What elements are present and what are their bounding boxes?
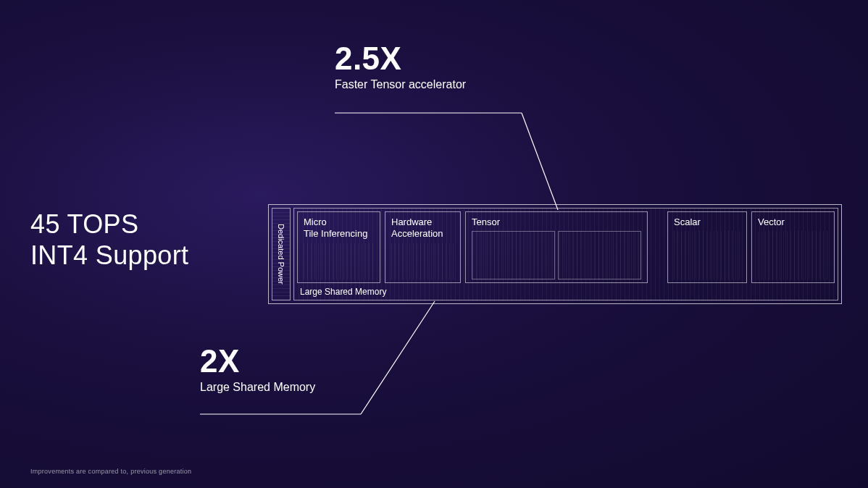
- block-micro-label: Micro Tile Inferencing: [304, 216, 374, 240]
- block-vector-icon: [758, 231, 828, 279]
- footnote: Improvements are compared to, previous g…: [30, 468, 191, 475]
- block-hardware-label: Hardware Acceleration: [391, 216, 454, 240]
- svg-line-1: [522, 113, 558, 210]
- block-tensor-label: Tensor: [472, 216, 641, 228]
- blocks-row: Micro Tile Inferencing Hardware Accelera…: [297, 211, 835, 283]
- block-micro-icon: [304, 243, 374, 280]
- callout-tensor-label: Faster Tensor accelerator: [335, 78, 538, 91]
- block-hardware: Hardware Acceleration: [385, 211, 461, 283]
- block-micro: Micro Tile Inferencing: [297, 211, 380, 283]
- block-tensor-icon: [472, 231, 641, 279]
- callout-memory-label: Large Shared Memory: [200, 381, 403, 394]
- headline: 45 TOPS INT4 Support: [30, 209, 188, 271]
- block-scalar-icon: [674, 231, 740, 279]
- dedicated-power-block: Dedicated Power: [272, 208, 291, 300]
- large-shared-memory-label: Large Shared Memory: [297, 285, 835, 297]
- block-tensor: Tensor: [465, 211, 648, 283]
- callout-tensor-value: 2.5X: [335, 41, 538, 77]
- block-vector: Vector: [751, 211, 835, 283]
- callout-tensor: 2.5X Faster Tensor accelerator: [335, 41, 538, 98]
- callout-memory-value: 2X: [200, 343, 403, 379]
- block-scalar-label: Scalar: [674, 216, 740, 228]
- block-hardware-icon: [391, 243, 454, 280]
- main-block: Micro Tile Inferencing Hardware Accelera…: [293, 208, 838, 300]
- headline-line-1: 45 TOPS: [30, 209, 188, 240]
- block-scalar: Scalar: [667, 211, 747, 283]
- blocks-spacer: [652, 211, 663, 283]
- headline-line-2: INT4 Support: [30, 240, 188, 271]
- chip-diagram: Dedicated Power Micro Tile Inferencing H…: [268, 204, 842, 304]
- callout-memory: 2X Large Shared Memory: [200, 343, 403, 401]
- block-vector-label: Vector: [758, 216, 828, 228]
